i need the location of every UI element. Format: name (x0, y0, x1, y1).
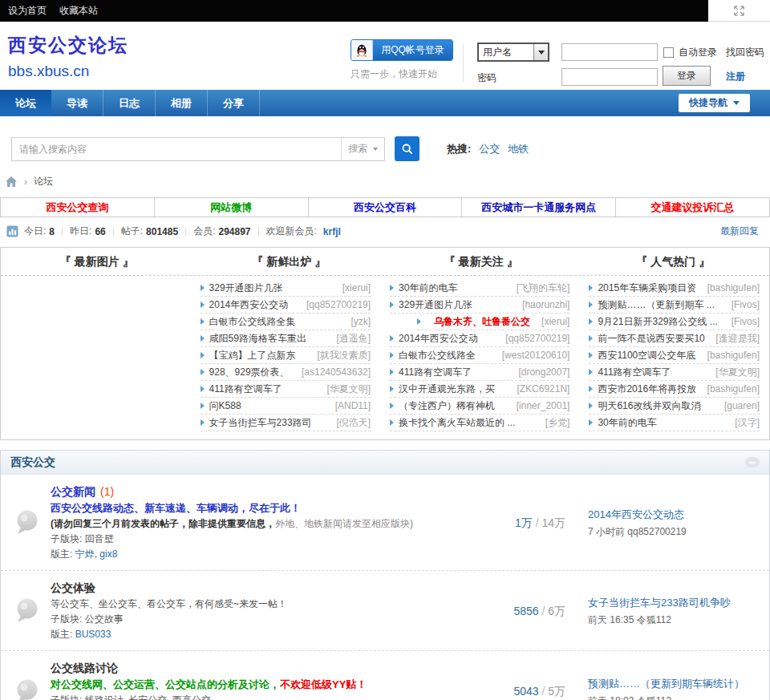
search-button[interactable] (395, 136, 419, 161)
username-input[interactable] (561, 43, 658, 61)
thread-author: [Fivos] (732, 316, 760, 327)
thread-title: 预测贴……（更新到期车 ... (598, 298, 727, 312)
topic-count: 5043 (513, 685, 538, 698)
thread-list-item[interactable]: 女子当街拦车与233路司[倪浩天] (201, 415, 371, 431)
thread-author: [bashigufen] (707, 282, 760, 293)
bookmark-link[interactable]: 收藏本站 (59, 4, 98, 18)
forum-stats: 1万 / 14万 (485, 516, 565, 531)
thread-author: [west20120610] (502, 350, 570, 361)
expand-icon[interactable] (733, 5, 745, 17)
thread-list-item[interactable]: 2014年西安公交动[qq852700219] (201, 297, 371, 314)
moderator-link[interactable]: BUS033 (75, 629, 111, 640)
thread-list-item[interactable]: 预测贴……（更新到期车 ...[Fivos] (589, 297, 760, 314)
forum-stats: 5856 / 6万 (485, 605, 565, 619)
breadcrumb-sep: › (24, 176, 27, 188)
quick-link-4[interactable]: 交通建议投诉汇总 (615, 198, 769, 216)
quick-nav-button[interactable]: 快捷导航 (679, 94, 750, 112)
forum-rows: 公交新闻(1)西安公交线路动态、新车速递、车辆调动，尽在于此！(请勿回复三个月前… (1, 475, 769, 700)
hot-link-0[interactable]: 公交 (479, 142, 500, 156)
thread-list-item[interactable]: 30年前的电车[飞翔的车轮] (390, 280, 569, 297)
home-icon[interactable] (5, 176, 18, 188)
nav-tab-4[interactable]: 分享 (208, 90, 260, 116)
thread-list-item[interactable]: 2015年车辆采购项目资[bashigufen] (589, 280, 760, 297)
thread-list-item[interactable]: （专注西户）稀有神机[inner_2001] (390, 398, 569, 415)
search-input[interactable] (12, 138, 341, 160)
forum-name-link[interactable]: 公交新闻 (51, 485, 95, 498)
quick-link-1[interactable]: 网站微博 (154, 198, 308, 216)
nav-tab-0[interactable]: 论坛 (0, 90, 51, 116)
lastpost-title-link[interactable]: 女子当街拦车与233路司机争吵 (588, 596, 758, 610)
qq-login-block: 用QQ帐号登录 只需一步，快速开始 (351, 39, 453, 81)
thread-list-item[interactable]: 白银市公交线路全[west20120610] (390, 347, 569, 364)
thread-list-item[interactable]: 411路有空调车了[华夏文明] (589, 364, 760, 381)
nav-tab-2[interactable]: 日志 (103, 90, 156, 116)
stat-members: 会员:294897 (193, 225, 250, 238)
thread-list-item[interactable]: 411路有空调车了[drong2007] (390, 364, 569, 381)
quick-link-2[interactable]: 西安公交百科 (308, 198, 462, 216)
thread-list-item[interactable]: 411路有空调车了[华夏文明] (201, 381, 371, 398)
quick-link-0[interactable]: 西安公交查询 (1, 198, 154, 216)
hot-search: 热搜: 公交地铁 (447, 142, 529, 156)
forum-bubble-icon (14, 678, 41, 700)
forum-title-line: 公交体验 (51, 581, 485, 597)
new-member-link[interactable]: krfjl (323, 226, 341, 237)
forum-description: 西安公交线路动态、新车速递、车辆调动，尽在于此！ (51, 500, 485, 516)
thread-author: [xierui] (342, 282, 371, 293)
login-button[interactable]: 登录 (663, 66, 711, 86)
nav-tab-3[interactable]: 相册 (156, 90, 208, 116)
forum-description-part: 西安公交线路动态、新车速递、车辆调动，尽在于此！ (51, 502, 301, 514)
quick-link-3[interactable]: 西安城市一卡通服务网点 (461, 198, 615, 216)
hot-link-1[interactable]: 地铁 (508, 142, 529, 156)
thread-title: 问K588 (209, 399, 332, 413)
password-input[interactable] (561, 68, 658, 86)
subforum-links[interactable]: 公交故事 (85, 613, 124, 625)
thread-list-item[interactable]: 明天616改线并双向取消[guaren] (589, 398, 760, 415)
subforum-links[interactable]: 线路设计, 长安公交, 西高公交 (85, 694, 211, 700)
chevron-down-icon (373, 148, 378, 151)
thread-list-item[interactable]: 换卡找个离火车站最近的 ...[乡党] (390, 415, 569, 431)
thread-list-item[interactable]: 329开通图片几张[haorunzhi] (390, 297, 569, 314)
forum-name-link[interactable]: 公交线路讨论 (51, 662, 118, 674)
site-logo[interactable]: 西安公交论坛 bbs.xbus.cn (8, 33, 128, 80)
set-home-link[interactable]: 设为首页 (8, 4, 47, 18)
collapse-toggle-icon[interactable] (745, 457, 760, 467)
thread-list-item[interactable]: 329开通图片几张[xierui] (201, 280, 371, 297)
lastpost-meta: 7 小时前 qq852700219 (588, 525, 758, 539)
latest-reply-link[interactable]: 最新回复 (720, 225, 759, 238)
lastpost-title-link[interactable]: 预测贴……（更新到期车辆统计） (588, 677, 758, 691)
lastpost-title-link[interactable]: 2014年西安公交动态 (588, 508, 758, 522)
find-password-link[interactable]: 找回密码 (726, 46, 764, 59)
breadcrumb-forum-link[interactable]: 论坛 (34, 175, 53, 188)
thread-list-item[interactable]: 9月21日新开329路公交线 ...[Fivos] (589, 314, 760, 330)
bullet-triangle-icon (417, 318, 421, 325)
register-link[interactable]: 注册 (726, 70, 745, 83)
section-title[interactable]: 西安公交 (10, 455, 55, 470)
panel-title-0: 『 最新图片 』 (1, 248, 193, 275)
thread-list-item[interactable]: 【宝鸡】上了点新东[就我没素质] (201, 347, 371, 364)
bullet-triangle-icon (201, 352, 205, 358)
thread-list-item[interactable]: 问K588[AND11] (201, 398, 371, 415)
nav-tab-1[interactable]: 导读 (51, 90, 103, 116)
thread-list-item[interactable]: 30年前的电车[汉字] (589, 415, 760, 431)
thread-list-item[interactable]: 乌鲁木齐、吐鲁番公交[xierui] (417, 314, 569, 330)
thread-list-item[interactable]: 2014年西安公交动[qq852700219] (390, 330, 569, 347)
thread-list-item[interactable]: 西安1100空调公交年底[bashigufen] (589, 347, 760, 364)
thread-list-item[interactable]: 928、929票价表、[as1240543632] (201, 364, 371, 381)
forum-stats: 5043 / 5万 (485, 685, 565, 699)
forum-description-part: 等公交车、坐公交车、看公交车，有何感受~来发一帖！ (51, 598, 287, 609)
post-count: 5万 (548, 685, 565, 698)
thread-list-item[interactable]: 白银市公交线路全集[yzk] (201, 314, 371, 330)
thread-title: 9月21日新开329路公交线 ... (598, 315, 727, 329)
thread-list-item[interactable]: 咸阳59路海格客车重出[逍遥鱼] (201, 330, 371, 347)
subforum-links[interactable]: 回音壁 (85, 533, 114, 544)
login-type-select[interactable]: 用户名 (477, 42, 549, 62)
moderator-link[interactable]: 宁烨 (75, 548, 95, 560)
forum-name-link[interactable]: 公交体验 (51, 581, 95, 594)
thread-list-item[interactable]: 汉中开通观光东路，买[ZKC6921N] (390, 381, 569, 398)
auto-login-checkbox[interactable] (663, 47, 674, 58)
thread-list-item[interactable]: 西安市2016年将再投放[bashigufen] (589, 381, 760, 398)
moderator-link[interactable]: gix8 (99, 548, 117, 560)
thread-list-item[interactable]: 前一阵不是说西安要买10[逢迎是我] (589, 330, 760, 347)
qq-login-button[interactable]: 用QQ帐号登录 (351, 39, 453, 61)
search-type-select[interactable]: 搜索 (341, 138, 384, 160)
